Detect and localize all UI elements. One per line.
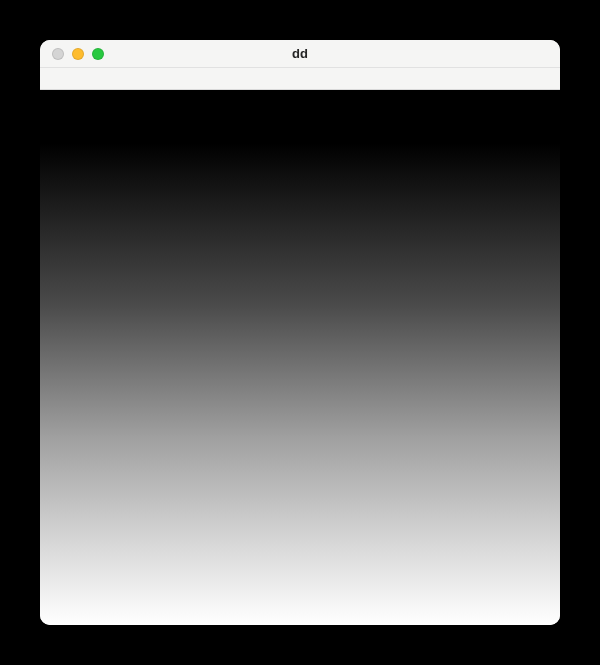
app-window: dd — [40, 40, 560, 625]
traffic-lights — [40, 48, 104, 60]
titlebar: dd — [40, 40, 560, 68]
toolbar — [40, 68, 560, 90]
close-button[interactable] — [52, 48, 64, 60]
maximize-button[interactable] — [92, 48, 104, 60]
window-title: dd — [40, 46, 560, 61]
minimize-button[interactable] — [72, 48, 84, 60]
content-area — [40, 90, 560, 625]
